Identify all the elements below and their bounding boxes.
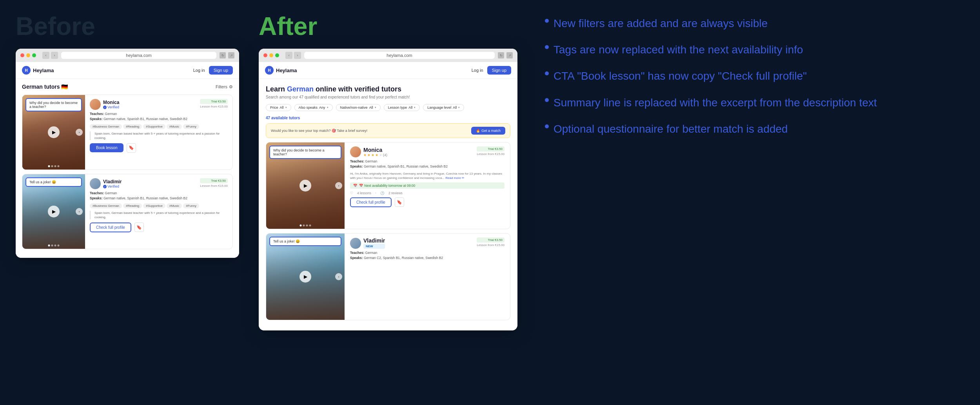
after-teaches-2: Teaches: German Speaks: German C2, Spani… xyxy=(350,250,505,261)
after-nav-arrow-1[interactable]: › xyxy=(335,182,342,189)
browser-icons-after: ↻ ↗ xyxy=(498,52,513,58)
after-play-btn-1[interactable]: ▶ xyxy=(299,180,311,192)
verified-badge-1: ✓ Verified xyxy=(103,105,119,109)
annotation-item-3: CTA "Book lesson" has now copy "Check fu… xyxy=(545,68,877,84)
url-bar-before[interactable]: heylama.com xyxy=(61,52,216,59)
before-tutor-name-1: Monica xyxy=(103,100,119,105)
after-trial-badge-2: Trial €3.50 xyxy=(477,237,505,243)
after-name-block-1: Monica ★ ★ ★ ★ ★ (4) xyxy=(363,147,387,157)
back-btn[interactable]: ‹ xyxy=(42,52,49,59)
tag: #Business German xyxy=(90,124,122,129)
after-page-content: Learn German online with verified tutors… xyxy=(259,79,517,330)
before-tutor-video-1: Why did you decide to become a teacher? … xyxy=(22,95,85,170)
bullet-1 xyxy=(545,19,549,23)
book-lesson-btn-1[interactable]: Book lesson xyxy=(90,143,123,152)
annotation-text-4: Summary line is replaced with the excerp… xyxy=(554,95,877,110)
play-btn-2[interactable]: ▶ xyxy=(48,206,60,217)
filter-lang-level[interactable]: Language level All ▾ xyxy=(423,104,464,111)
star: ★ xyxy=(363,153,367,157)
back-btn-after[interactable]: ‹ xyxy=(285,52,292,59)
nav-arrow-2[interactable]: › xyxy=(76,208,83,215)
after-bookmark-btn-1[interactable]: 🔖 xyxy=(395,197,404,207)
check-full-profile-btn-1[interactable]: Check full profile xyxy=(350,197,392,207)
annotation-text-5: Optional questionnaire for better match … xyxy=(554,121,788,137)
star: ★ xyxy=(371,153,374,157)
before-header-actions: Log in Sign up xyxy=(193,66,233,75)
hero-part1: Learn xyxy=(266,85,287,93)
tutor-header-2: Vladimir ✓ Verified Trial € xyxy=(90,178,228,189)
signup-btn-after[interactable]: Sign up xyxy=(487,66,511,75)
tl-red[interactable] xyxy=(20,53,24,57)
site-name-after: Heylama xyxy=(276,68,297,73)
login-btn-before[interactable]: Log in xyxy=(193,68,205,73)
get-match-btn[interactable]: 🔥 Get a match xyxy=(471,127,505,135)
new-badge-2: NEW xyxy=(363,244,385,249)
match-banner: Would you like to see your top match? 🎯 … xyxy=(266,123,510,138)
before-page-content: German tutors 🇩🇪 Filters ⚙ Why xyxy=(16,79,239,258)
trial-badge-1: Trial €3.50 xyxy=(200,99,228,104)
verified-badge-2: ✓ Verified xyxy=(103,184,122,188)
check-profile-btn-before[interactable]: Check full profile xyxy=(90,223,131,232)
browser-bar-before: ‹ › heylama.com ↻ ↗ xyxy=(16,49,239,62)
after-play-btn-2[interactable]: ▶ xyxy=(299,271,311,283)
share-icon-after[interactable]: ↗ xyxy=(506,52,513,58)
tl-yellow[interactable] xyxy=(26,53,30,57)
tag: #Funny xyxy=(183,203,199,208)
after-lesson-price-2: Lesson from €15.00 xyxy=(477,243,505,247)
before-avatar-1 xyxy=(90,99,101,110)
bookmark-btn-2[interactable]: 🔖 xyxy=(134,223,144,232)
match-banner-text: Would you like to see your top match? 🎯 … xyxy=(271,129,367,133)
nav-arrow-1[interactable]: › xyxy=(76,129,83,136)
after-tutor-header-1: Monica ★ ★ ★ ★ ★ (4) xyxy=(350,146,505,157)
browser-bar-after: ‹ › heylama.com ↻ ↗ xyxy=(259,49,517,62)
filter-native[interactable]: Native/non-native All ▾ xyxy=(336,104,381,111)
video-dots-1 xyxy=(48,165,60,167)
annotation-list: New filters are added and are always vis… xyxy=(545,16,877,137)
reload-icon[interactable]: ↻ xyxy=(220,52,226,58)
lesson-price-2: Lesson from €15.00 xyxy=(200,184,228,188)
annotation-text-2: Tags are now replaced with the next avai… xyxy=(554,42,803,57)
after-tutor-pricing-1: Trial €3.50 Lesson from €15.00 xyxy=(477,146,505,156)
chevron-icon: ▾ xyxy=(285,106,287,109)
nav-buttons: ‹ › xyxy=(42,52,58,59)
check-icon-2: ✓ xyxy=(103,185,107,188)
bookmark-btn-1[interactable]: 🔖 xyxy=(127,143,136,153)
url-bar-after[interactable]: heylama.com xyxy=(304,52,495,59)
forward-btn[interactable]: › xyxy=(51,52,58,59)
star-empty: ★ xyxy=(379,153,382,157)
login-btn-after[interactable]: Log in xyxy=(472,68,483,73)
before-tutor-video-2: Tell us a joke! 😄 ▶ › xyxy=(22,174,85,249)
filter-price[interactable]: Price All ▾ xyxy=(266,104,291,111)
check-icon: ✓ xyxy=(103,106,107,109)
tags-row-2: #Business German #Reading #Supportive #M… xyxy=(90,203,228,208)
filter-lesson-type[interactable]: Lesson type All ▾ xyxy=(384,104,420,111)
filter-speaks[interactable]: Also speaks Any ▾ xyxy=(294,104,333,111)
tutor-avatar-name-2: Vladimir ✓ Verified xyxy=(90,178,122,189)
signup-btn-before[interactable]: Sign up xyxy=(209,66,233,75)
tutor-header-1: Monica ✓ Verified Trial €3. xyxy=(90,99,228,110)
filter-lang-level-value: All xyxy=(453,106,457,109)
filter-lesson-type-label: Lesson type xyxy=(388,106,407,109)
video-dots-2 xyxy=(48,244,60,246)
share-icon[interactable]: ↗ xyxy=(228,52,234,58)
tutor-summary-2: Spain born, German based teacher with 5 … xyxy=(90,211,228,219)
tl-green[interactable] xyxy=(32,53,36,57)
chevron-icon: ▾ xyxy=(327,106,328,109)
after-trial-badge-1: Trial €3.50 xyxy=(477,146,505,151)
tl-green-after[interactable] xyxy=(275,53,279,57)
after-avatar-1 xyxy=(350,146,361,157)
after-nav-arrow-2[interactable]: › xyxy=(335,273,342,280)
play-btn-1[interactable]: ▶ xyxy=(48,126,60,138)
filters-btn-before[interactable]: Filters ⚙ xyxy=(216,84,233,89)
after-avatar-name-2: Vladimir NEW xyxy=(350,237,385,249)
reload-icon-after[interactable]: ↻ xyxy=(498,52,504,58)
tl-yellow-after[interactable] xyxy=(269,53,273,57)
tags-row-1: #Business German #Reading #Supportive #M… xyxy=(90,124,228,129)
star: ★ xyxy=(367,153,370,157)
filters-bar: Price All ▾ Also speaks Any ▾ Native/non… xyxy=(266,104,510,111)
forward-btn-after[interactable]: › xyxy=(294,52,301,59)
filter-price-label: Price xyxy=(270,106,278,109)
lessons-count: 4 lessons xyxy=(357,191,371,195)
tl-red-after[interactable] xyxy=(263,53,267,57)
bullet-3 xyxy=(545,71,549,75)
